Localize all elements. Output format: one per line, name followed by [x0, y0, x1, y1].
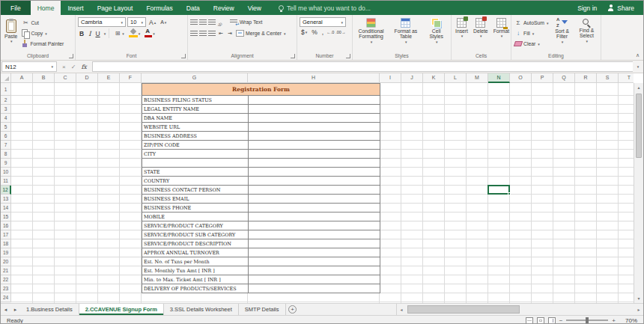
align-bottom-icon[interactable]	[208, 19, 216, 25]
row-header-11[interactable]: 11	[1, 177, 11, 186]
comma-style-button[interactable]: ,	[321, 28, 325, 36]
column-header-T[interactable]: T	[619, 73, 634, 83]
align-left-icon[interactable]	[190, 30, 198, 37]
ribbon-tab-data[interactable]: Data	[180, 1, 207, 15]
page-break-view-icon[interactable]	[548, 317, 556, 324]
sort-filter-button[interactable]: Sort & Filter ▾	[551, 17, 572, 45]
form-label-cell-G23[interactable]: DELIVERY OF PRODUCTS/SERVICES	[142, 284, 249, 293]
cell-styles-button[interactable]: Cell Styles ▾	[424, 17, 449, 45]
increase-indent-icon[interactable]: ⇥	[226, 31, 234, 37]
column-header-I[interactable]: I	[380, 73, 401, 83]
increase-decimal-button[interactable]: ←.0	[326, 30, 334, 34]
column-header-Q[interactable]: Q	[553, 73, 575, 83]
row-header-8[interactable]: 8	[1, 150, 11, 159]
ribbon-tab-home[interactable]: Home	[31, 1, 61, 15]
column-header-L[interactable]: L	[445, 73, 467, 83]
fill-handle[interactable]	[508, 192, 511, 195]
row-header-10[interactable]: 10	[1, 168, 11, 177]
row-header-18[interactable]: 18	[1, 239, 11, 248]
scroll-up-icon[interactable]: ▴	[634, 83, 643, 92]
formula-input[interactable]	[92, 61, 633, 72]
new-sheet-button[interactable]: +	[286, 304, 300, 315]
autosum-button[interactable]: Σ AutoSum ▾	[514, 18, 549, 28]
column-header-A[interactable]: A	[11, 73, 33, 83]
format-painter-button[interactable]: Format Painter	[21, 39, 64, 49]
cancel-icon[interactable]: ×	[62, 64, 66, 70]
vertical-scrollbar[interactable]: ▴ ▾	[634, 83, 643, 303]
zoom-slider[interactable]	[566, 320, 608, 321]
fill-button[interactable]: ↓ Fill ▾	[514, 28, 549, 38]
column-header-N[interactable]: N	[488, 73, 510, 83]
column-header-D[interactable]: D	[76, 73, 98, 83]
sheet-tab-1-business-details[interactable]: 1.Business Details	[20, 304, 79, 315]
accounting-format-button[interactable]: $▾	[300, 28, 309, 36]
expand-formula-bar-icon[interactable]: ▾	[633, 64, 643, 69]
sheet-tab-2-ccavenue-signup-form[interactable]: 2.CCAVENUE Signup Form	[79, 304, 164, 315]
grid-area[interactable]: Registration FormBUSINESS FILING STATUSL…	[11, 83, 634, 303]
insert-function-icon[interactable]: fx	[81, 64, 86, 70]
row-header-23[interactable]: 23	[1, 284, 11, 293]
clipboard-dialog-launcher-icon[interactable]	[69, 54, 73, 58]
percent-style-button[interactable]: %	[310, 28, 319, 36]
copy-button[interactable]: Copy ▾	[21, 28, 64, 38]
name-box[interactable]: N12 ▾	[1, 61, 57, 72]
zoom-level[interactable]: 70%	[619, 317, 637, 324]
ribbon-tab-review[interactable]: Review	[207, 1, 241, 15]
merge-center-button[interactable]: Merge & Center ▾	[235, 28, 287, 38]
number-dialog-launcher-icon[interactable]	[346, 54, 350, 58]
scroll-left-icon[interactable]: ◂	[397, 307, 406, 312]
form-value-cell-H23[interactable]	[248, 284, 380, 293]
row-header-9[interactable]: 9	[1, 159, 11, 168]
delete-cells-button[interactable]: Delete ▾	[472, 17, 490, 40]
font-name-select[interactable]: Cambria ▾	[78, 17, 126, 27]
row-header-24[interactable]: 24	[1, 293, 11, 302]
font-color-button[interactable]: ▾	[143, 29, 157, 37]
align-right-icon[interactable]	[208, 30, 216, 37]
grow-font-button[interactable]: A▴	[148, 19, 157, 26]
horizontal-scrollbar[interactable]: ◂ ▸	[396, 304, 643, 315]
column-header-B[interactable]: B	[33, 73, 55, 83]
clear-button[interactable]: Clear ▾	[514, 39, 549, 49]
zoom-slider-thumb[interactable]	[586, 317, 589, 323]
underline-button[interactable]: U	[94, 30, 102, 37]
number-format-select[interactable]: General ▾	[300, 17, 346, 27]
column-header-C[interactable]: C	[55, 73, 76, 83]
column-header-P[interactable]: P	[532, 73, 553, 83]
vertical-scroll-thumb[interactable]	[636, 94, 642, 158]
normal-view-icon[interactable]	[526, 317, 533, 324]
scroll-right-icon[interactable]: ▸	[634, 307, 643, 312]
find-select-button[interactable]: Find & Select ▾	[575, 17, 598, 44]
cut-button[interactable]: ✂ Cut	[21, 18, 64, 28]
ribbon-tab-page-layout[interactable]: Page Layout	[91, 1, 140, 15]
zoom-in-button[interactable]: +	[612, 317, 616, 324]
row-header-16[interactable]: 16	[1, 221, 11, 230]
row-header-17[interactable]: 17	[1, 230, 11, 239]
select-all-corner[interactable]	[1, 73, 11, 83]
sheet-nav-right-icon[interactable]: ▸	[10, 304, 20, 315]
row-header-14[interactable]: 14	[1, 204, 11, 213]
wrap-text-button[interactable]: Wrap Text	[229, 17, 263, 27]
row-header-20[interactable]: 20	[1, 257, 11, 266]
row-header-6[interactable]: 6	[1, 132, 11, 141]
row-header-4[interactable]: 4	[1, 114, 11, 123]
enter-icon[interactable]: ✓	[71, 64, 76, 70]
share-button[interactable]: Share	[607, 4, 634, 12]
orientation-icon[interactable]	[217, 19, 225, 26]
ribbon-tab-view[interactable]: View	[241, 1, 268, 15]
zoom-out-button[interactable]: −	[559, 317, 563, 324]
row-header-7[interactable]: 7	[1, 141, 11, 150]
column-header-E[interactable]: E	[98, 73, 120, 83]
page-layout-view-icon[interactable]	[537, 317, 544, 324]
ribbon-tab-insert[interactable]: Insert	[61, 1, 90, 15]
paste-button[interactable]: Paste ▾	[3, 17, 19, 45]
row-header-1[interactable]: 1	[1, 83, 11, 96]
column-header-G[interactable]: G	[142, 73, 248, 83]
selected-cell[interactable]	[487, 185, 510, 195]
column-header-K[interactable]: K	[423, 73, 445, 83]
align-middle-icon[interactable]	[199, 19, 207, 25]
bold-button[interactable]: B	[78, 30, 85, 37]
horizontal-scroll-thumb[interactable]	[407, 305, 520, 314]
collapse-ribbon-button[interactable]: ∧	[636, 52, 640, 58]
row-header-22[interactable]: 22	[1, 275, 11, 284]
horizontal-scroll-track[interactable]	[406, 304, 634, 315]
